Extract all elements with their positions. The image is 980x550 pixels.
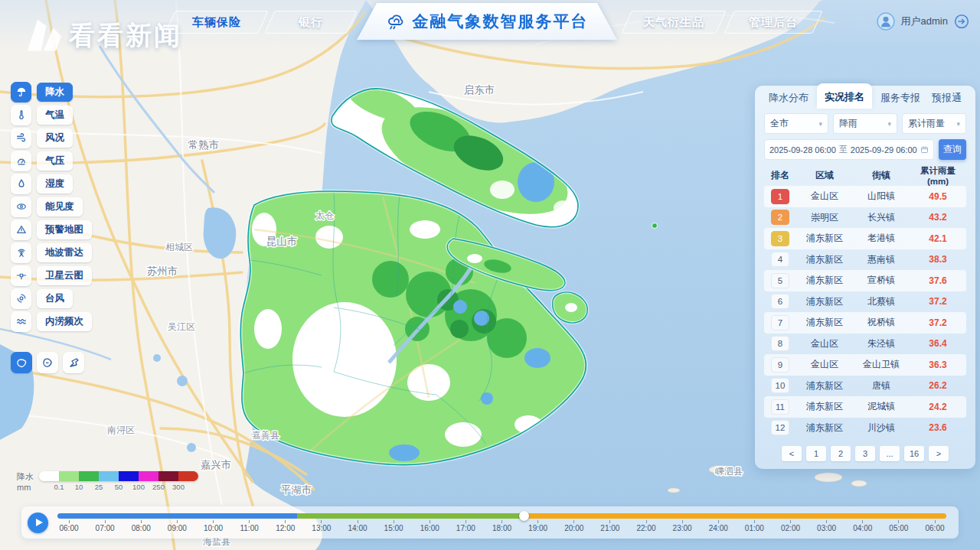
- table-row[interactable]: 12 浦东新区 川沙镇 23.6: [764, 418, 966, 439]
- sidebar-item-precipitation[interactable]: 降水: [11, 83, 92, 101]
- timeline-tick[interactable]: 21:00: [599, 520, 622, 532]
- timeline-tick[interactable]: 11:00: [238, 520, 261, 532]
- timeline-tick[interactable]: 23:00: [671, 520, 694, 532]
- sidebar-item-label: 台风: [37, 289, 73, 308]
- page-button[interactable]: <: [782, 446, 802, 461]
- date-separator: 至: [839, 144, 848, 155]
- timeline-tick[interactable]: 13:00: [310, 520, 333, 532]
- tab-vehicle-insurance[interactable]: 车辆保险: [170, 11, 263, 34]
- page-button[interactable]: >: [929, 446, 949, 461]
- timeline-tick[interactable]: 03:00: [815, 520, 838, 532]
- town-cell: 川沙镇: [853, 421, 910, 434]
- tab-bank[interactable]: 银行: [270, 11, 352, 34]
- timeline-tick[interactable]: 19:00: [527, 520, 550, 532]
- layer-sidebar: 降水 气温 风况 气压 湿度 能见度 预警地图 地波雷达 卫星云图 台风 内涝频…: [11, 83, 92, 373]
- table-row[interactable]: 1 金山区 山阳镇 49.5: [764, 186, 966, 207]
- tick-label: 13:00: [312, 524, 331, 532]
- tab-forecast[interactable]: 预报通: [929, 87, 965, 109]
- timeline-tick[interactable]: 02:00: [779, 520, 802, 532]
- sidebar-item-pressure[interactable]: 气压: [11, 151, 92, 170]
- timeline-tick[interactable]: 15:00: [382, 520, 405, 532]
- element-select[interactable]: 降雨▾: [833, 113, 897, 134]
- timeline-ticks: 06:00 07:00 08:00 09:00: [57, 520, 946, 532]
- table-row[interactable]: 4 浦东新区 惠南镇 38.3: [764, 249, 966, 271]
- sidebar-item-wind[interactable]: 风况: [11, 129, 92, 147]
- sidebar-item-waterlogging[interactable]: 内涝频次: [11, 312, 92, 330]
- sidebar-item-satellite[interactable]: 卫星云图: [11, 266, 92, 285]
- table-row[interactable]: 6 浦东新区 北蔡镇 37.2: [764, 291, 966, 313]
- timeline-tick[interactable]: 08:00: [129, 520, 152, 532]
- map-label: 启东市: [464, 84, 495, 96]
- rainfall-value: 37.6: [910, 275, 966, 286]
- sidebar-item-temperature[interactable]: 气温: [11, 106, 92, 124]
- region-select[interactable]: 全市▾: [764, 113, 828, 134]
- legend-segment: [79, 471, 99, 481]
- sidebar-item-ground-radar[interactable]: 地波雷达: [11, 243, 92, 262]
- pagination: <123...16>: [764, 446, 966, 461]
- timeline-tick[interactable]: 24:00: [707, 520, 730, 532]
- tab-service-report[interactable]: 服务专报: [877, 87, 923, 109]
- play-button[interactable]: [28, 513, 48, 533]
- timeline-tick[interactable]: 06:00: [923, 520, 946, 532]
- town-cell: 泥城镇: [853, 400, 910, 413]
- table-row[interactable]: 11 浦东新区 泥城镇 24.2: [764, 396, 966, 418]
- tick-label: 03:00: [817, 524, 836, 532]
- district-outline-icon[interactable]: [37, 352, 58, 373]
- timeline-tick[interactable]: 14:00: [346, 520, 369, 532]
- table-row[interactable]: 5 浦东新区 宣桥镇 37.6: [764, 270, 966, 291]
- map-label: 昆山市: [266, 236, 298, 247]
- timeline-tick[interactable]: 07:00: [93, 520, 116, 532]
- sidebar-item-label: 卫星云图: [37, 266, 92, 285]
- timeline-tick[interactable]: 20:00: [563, 520, 586, 532]
- metric-select-value: 累计雨量: [908, 117, 945, 130]
- tick-label: 01:00: [745, 524, 764, 532]
- timeline-tick[interactable]: 09:00: [165, 520, 188, 532]
- station-marker[interactable]: [652, 223, 658, 229]
- table-row[interactable]: 8 金山区 朱泾镇 36.4: [764, 334, 966, 355]
- coastline-outline-icon[interactable]: [63, 352, 84, 373]
- sidebar-item-label: 降水: [37, 83, 73, 102]
- date-from: 2025-09-28 06:00: [769, 145, 836, 155]
- tab-weather-derivatives[interactable]: 天气衍生品: [626, 11, 721, 34]
- timeline-segment-observed-recent: [297, 513, 524, 519]
- tab-precip-distribution[interactable]: 降水分布: [766, 87, 812, 109]
- timeline-tick[interactable]: 17:00: [454, 520, 477, 532]
- table-row[interactable]: 7 浦东新区 祝桥镇 37.2: [764, 312, 966, 334]
- timeline-track[interactable]: [57, 513, 946, 519]
- date-range-input[interactable]: 2025-09-28 06:00 至 2025-09-29 06:00: [764, 139, 934, 160]
- timeline-tick[interactable]: 04:00: [851, 520, 874, 532]
- page-button[interactable]: ...: [880, 446, 900, 461]
- timeline-tick[interactable]: 16:00: [418, 520, 441, 532]
- table-row[interactable]: 9 金山区 金山卫镇 36.3: [764, 354, 966, 376]
- sidebar-item-typhoon[interactable]: 台风: [11, 289, 92, 308]
- avatar[interactable]: [877, 12, 895, 31]
- table-row[interactable]: 10 浦东新区 唐镇 26.2: [764, 376, 966, 397]
- timeline-tick[interactable]: 12:00: [274, 520, 297, 532]
- timeline-tick[interactable]: 01:00: [743, 520, 766, 532]
- rank-badge: 5: [771, 273, 789, 288]
- sidebar-item-warning-map[interactable]: 预警地图: [11, 220, 92, 239]
- table-row[interactable]: 3 浦东新区 老港镇 42.1: [764, 228, 966, 249]
- table-row[interactable]: 2 崇明区 长兴镇 43.2: [764, 207, 966, 229]
- page-button[interactable]: 1: [806, 446, 826, 461]
- timeline-tick[interactable]: 05:00: [887, 520, 910, 532]
- timeline-tick[interactable]: 06:00: [57, 520, 80, 532]
- timeline-tick[interactable]: 18:00: [491, 520, 514, 532]
- tick-mark: [898, 520, 899, 523]
- shanghai-outline-icon[interactable]: [11, 352, 32, 373]
- page-button[interactable]: 2: [831, 446, 851, 461]
- date-to: 2025-09-29 06:00: [851, 145, 917, 155]
- logout-icon[interactable]: [954, 14, 969, 29]
- rank-badge: 9: [771, 357, 789, 373]
- tab-live-ranking[interactable]: 实况排名: [817, 83, 872, 109]
- timeline-tick[interactable]: 22:00: [635, 520, 658, 532]
- sidebar-item-visibility[interactable]: 能见度: [11, 197, 92, 216]
- page-button[interactable]: 16: [904, 446, 924, 461]
- timeline-tick[interactable]: 10:00: [202, 520, 225, 532]
- legend-segment: [119, 471, 139, 481]
- metric-select[interactable]: 累计雨量▾: [902, 113, 966, 134]
- query-button[interactable]: 查询: [939, 139, 966, 160]
- tab-admin-backend[interactable]: 管理后台: [729, 11, 818, 34]
- sidebar-item-humidity[interactable]: 湿度: [11, 174, 92, 193]
- page-button[interactable]: 3: [855, 446, 875, 461]
